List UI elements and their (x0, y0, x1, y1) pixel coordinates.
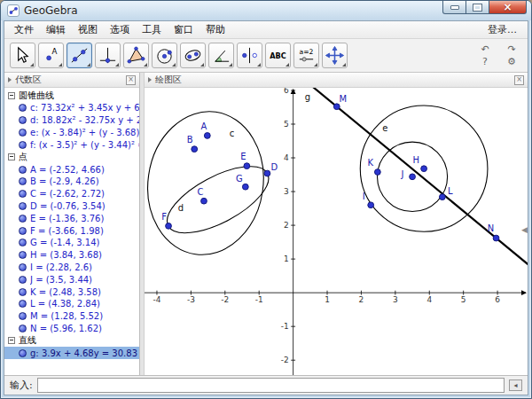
help-icon[interactable]: ? (478, 56, 492, 67)
menu-item-2[interactable]: 视图 (72, 21, 104, 38)
panel-menu-arrow-icon[interactable] (8, 77, 12, 82)
algebra-item[interactable]: d: 18.82x² - 32.75x y + 27.31 (4, 114, 139, 127)
visibility-marble-icon[interactable] (19, 276, 27, 284)
algebra-item[interactable]: G = (-1.4, 3.14) (4, 237, 139, 249)
graphics-close-icon[interactable]: × (514, 75, 524, 85)
algebra-item[interactable]: J = (3.5, 3.44) (4, 273, 139, 286)
visibility-marble-icon[interactable] (19, 116, 27, 124)
algebra-item[interactable]: C = (-2.62, 2.72) (4, 188, 139, 200)
visibility-marble-icon[interactable] (19, 312, 27, 320)
line-tool-button[interactable] (66, 43, 92, 68)
tool-dropdown-icon[interactable] (342, 63, 346, 66)
collapse-box-icon[interactable] (8, 153, 15, 160)
conic-tool-button[interactable] (180, 43, 206, 68)
undo-icon[interactable]: ↶ (478, 43, 492, 55)
menu-item-4[interactable]: 工具 (136, 21, 168, 38)
tool-dropdown-icon[interactable] (144, 63, 147, 66)
algebra-item[interactable]: B = (-2.9, 4.26) (4, 176, 139, 188)
visibility-marble-icon[interactable] (19, 288, 27, 296)
algebra-group-header[interactable]: 圆锥曲线 (4, 90, 139, 102)
algebra-group-header[interactable]: 点 (4, 151, 139, 163)
collapse-box-icon[interactable] (8, 92, 15, 99)
algebra-item[interactable]: K = (2.48, 3.58) (4, 286, 139, 298)
settings-gear-icon[interactable]: ⚙ (505, 56, 519, 67)
visibility-marble-icon[interactable] (19, 202, 27, 210)
line-g[interactable] (266, 88, 528, 273)
algebra-item[interactable]: F = (-3.66, 1.98) (4, 224, 139, 237)
point-L[interactable] (439, 194, 445, 200)
algebra-group-header[interactable]: 直线 (4, 334, 139, 347)
visibility-marble-icon[interactable] (19, 166, 27, 174)
input-help-button[interactable]: ◂ (509, 379, 522, 391)
algebra-item[interactable]: g: 3.9x + 4.68y = 30.83 (4, 347, 139, 359)
algebra-item[interactable]: f: (x - 3.5)² + (y - 3.44)² = 1.06 (4, 138, 139, 151)
menu-item-5[interactable]: 窗口 (168, 21, 200, 38)
point-H[interactable] (421, 166, 427, 172)
algebra-panel-header[interactable]: 代数区 × (4, 73, 139, 88)
algebra-item[interactable]: I = (2.28, 2.6) (4, 262, 139, 274)
algebra-item[interactable]: D = (-0.76, 3.54) (4, 200, 139, 213)
login-link[interactable]: 登录… (481, 21, 524, 38)
tool-dropdown-icon[interactable] (200, 63, 204, 66)
algebra-item[interactable]: A = (-2.52, 4.66) (4, 163, 139, 176)
point-N[interactable] (493, 235, 499, 241)
tool-dropdown-icon[interactable] (172, 63, 176, 66)
menu-item-6[interactable]: 帮助 (200, 21, 231, 38)
tool-dropdown-icon[interactable] (314, 63, 317, 66)
menu-item-0[interactable]: 文件 (8, 21, 40, 38)
visibility-marble-icon[interactable] (19, 141, 27, 149)
algebra-close-icon[interactable]: × (126, 75, 136, 85)
maximize-button[interactable] (466, 1, 489, 14)
point-D[interactable] (264, 170, 270, 176)
point-F[interactable] (166, 223, 172, 229)
graphics-canvas[interactable]: -4-3-2-1123456-2-1123456cdegABCDEFGHIJKL… (145, 88, 528, 375)
point-J[interactable] (410, 174, 416, 180)
tool-dropdown-icon[interactable] (30, 63, 34, 66)
visibility-marble-icon[interactable] (19, 349, 27, 357)
visibility-marble-icon[interactable] (19, 129, 27, 137)
visibility-marble-icon[interactable] (19, 263, 27, 271)
tool-dropdown-icon[interactable] (286, 63, 289, 66)
visibility-marble-icon[interactable] (19, 215, 27, 223)
titlebar[interactable]: GeoGebra × (1, 1, 531, 20)
collapse-box-icon[interactable] (8, 337, 15, 344)
point-M[interactable] (333, 104, 340, 110)
point-A[interactable] (204, 133, 210, 139)
tool-dropdown-icon[interactable] (59, 63, 62, 66)
panel-menu-arrow-icon[interactable] (148, 77, 152, 82)
special-line-tool-button[interactable] (95, 43, 121, 68)
text-tool-button[interactable]: ABC (265, 43, 291, 68)
point-G[interactable] (242, 184, 248, 190)
polygon-tool-button[interactable] (123, 43, 149, 68)
slider-tool-button[interactable]: a=2 (293, 43, 319, 68)
point-I[interactable] (368, 202, 374, 208)
algebra-item[interactable]: c: 73.32x² + 3.45x y + 64.15 (4, 102, 139, 114)
tool-dropdown-icon[interactable] (229, 63, 232, 66)
point-E[interactable] (244, 163, 250, 169)
redo-icon[interactable]: ↷ (505, 43, 519, 55)
graphics-view[interactable]: -4-3-2-1123456-2-1123456cdegABCDEFGHIJKL… (145, 88, 528, 375)
point-tool-button[interactable]: A (38, 43, 64, 68)
point-B[interactable] (192, 146, 198, 153)
menu-item-3[interactable]: 选项 (104, 21, 136, 38)
transform-tool-button[interactable] (237, 43, 262, 68)
point-K[interactable] (374, 169, 380, 176)
algebra-item[interactable]: E = (-1.36, 3.76) (4, 212, 139, 224)
visibility-marble-icon[interactable] (19, 104, 27, 112)
visibility-marble-icon[interactable] (19, 190, 27, 198)
tool-dropdown-icon[interactable] (257, 63, 261, 66)
tool-dropdown-icon[interactable] (87, 63, 90, 66)
visibility-marble-icon[interactable] (19, 227, 27, 235)
sidebar-toggle-arrow[interactable]: ◀ (521, 225, 528, 234)
tool-dropdown-icon[interactable] (115, 63, 119, 66)
algebra-item[interactable]: N = (5.96, 1.62) (4, 323, 139, 335)
visibility-marble-icon[interactable] (19, 251, 27, 259)
conic-c[interactable] (145, 104, 273, 262)
point-C[interactable] (201, 198, 207, 204)
angle-tool-button[interactable] (208, 43, 234, 68)
visibility-marble-icon[interactable] (19, 177, 27, 185)
move-graphics-tool-button[interactable] (322, 43, 348, 68)
command-input[interactable] (37, 378, 505, 393)
visibility-marble-icon[interactable] (19, 239, 27, 246)
conic-d[interactable] (158, 153, 278, 246)
